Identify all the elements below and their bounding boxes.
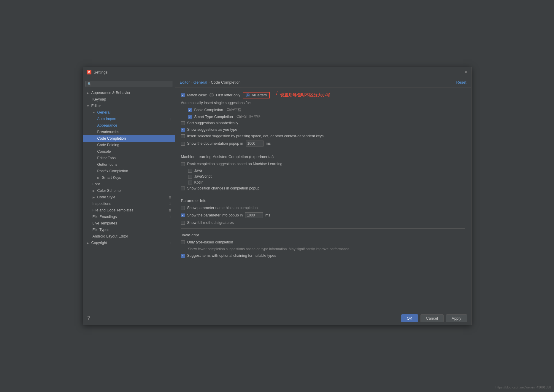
sidebar-item-font[interactable]: Font bbox=[83, 181, 175, 187]
sidebar-item-appearance-behavior[interactable]: ▶ Appearance & Behavior bbox=[83, 90, 175, 96]
breadcrumb-editor[interactable]: Editor bbox=[180, 80, 190, 85]
sidebar-item-label: Smart Keys bbox=[102, 176, 121, 180]
search-box[interactable]: 🔍 bbox=[85, 81, 172, 87]
show-position-label: Show position changes in completion popu… bbox=[187, 186, 260, 190]
separator1 bbox=[181, 150, 465, 150]
sidebar-item-file-encodings[interactable]: File Encodings ⊞ bbox=[83, 213, 175, 220]
sort-alpha-checkbox[interactable] bbox=[181, 121, 185, 125]
sidebar-item-label: Color Scheme bbox=[97, 189, 121, 193]
sidebar-item-copyright[interactable]: ▶ Copyright ⊞ bbox=[83, 240, 175, 246]
show-param-popup-label: Show the parameter info popup in bbox=[187, 213, 243, 217]
sidebar-item-label: Editor bbox=[91, 104, 101, 108]
kotlin-label: Kotlin bbox=[194, 180, 204, 184]
show-doc-popup-checkbox[interactable] bbox=[181, 142, 185, 146]
dialog-title: Settings bbox=[94, 70, 108, 74]
sidebar-item-label: Keymap bbox=[93, 97, 106, 101]
sidebar-item-code-style[interactable]: ▶ Code Style ⊞ bbox=[83, 194, 175, 200]
java-checkbox[interactable] bbox=[188, 169, 192, 173]
copy-icon: ⊞ bbox=[169, 117, 171, 121]
arrow-icon: ▼ bbox=[93, 111, 96, 114]
sidebar-item-breadcrumbs[interactable]: Breadcrumbs bbox=[83, 129, 175, 135]
arrow-icon: ▶ bbox=[93, 189, 96, 192]
sidebar-item-label: Auto Import bbox=[97, 117, 117, 121]
ok-button[interactable]: OK bbox=[401, 314, 418, 322]
sidebar-item-inspections[interactable]: Inspections ⊞ bbox=[83, 200, 175, 207]
basic-completion-row: Basic Completion Ctrl+空格 bbox=[181, 107, 465, 112]
show-doc-popup-row: Show the documentation popup in ms bbox=[181, 141, 465, 146]
title-bar: M Settings ✕ bbox=[83, 67, 471, 77]
sidebar-item-keymap[interactable]: Keymap bbox=[83, 96, 175, 103]
show-suggestions-row: Show suggestions as you type bbox=[181, 128, 465, 132]
ml-section-title: Machine Learning-Assisted Completion (ex… bbox=[181, 154, 465, 159]
arrow-icon: ▼ bbox=[87, 104, 90, 108]
sidebar-item-file-code-templates[interactable]: File and Code Templates ⊞ bbox=[83, 207, 175, 213]
breadcrumb-path: Editor › General › Code Completion bbox=[180, 80, 241, 85]
breadcrumb-bar: Editor › General › Code Completion Reset bbox=[175, 77, 471, 88]
arrow-icon: ▶ bbox=[87, 241, 90, 245]
cancel-button[interactable]: Cancel bbox=[420, 314, 444, 322]
copy-icon: ⊞ bbox=[169, 202, 171, 206]
sidebar-item-gutter-icons[interactable]: Gutter Icons bbox=[83, 161, 175, 168]
title-bar-left: M Settings bbox=[87, 70, 108, 74]
sidebar-item-editor[interactable]: ▼ Editor bbox=[83, 103, 175, 109]
show-param-popup-checkbox[interactable] bbox=[181, 213, 185, 217]
basic-completion-checkbox[interactable] bbox=[188, 108, 192, 112]
sidebar-item-editor-tabs[interactable]: Editor Tabs bbox=[83, 155, 175, 161]
sidebar-item-file-types[interactable]: File Types bbox=[83, 227, 175, 233]
show-suggestions-checkbox[interactable] bbox=[181, 128, 185, 132]
sidebar-item-postfix-completion[interactable]: Postfix Completion bbox=[83, 168, 175, 174]
type-based-checkbox[interactable] bbox=[181, 240, 185, 244]
match-case-row: Match case: First letter only All letter… bbox=[181, 92, 465, 98]
breadcrumb-general[interactable]: General bbox=[193, 80, 207, 85]
show-param-popup-row: Show the parameter info popup in ms bbox=[181, 212, 465, 218]
copy-icon: ⊞ bbox=[169, 208, 171, 212]
sidebar-item-label: File Types bbox=[93, 228, 109, 232]
doc-popup-value-input[interactable] bbox=[246, 141, 263, 146]
app-icon: M bbox=[87, 70, 91, 74]
sidebar-item-appearance[interactable]: Appearance bbox=[83, 122, 175, 129]
sidebar-item-smart-keys[interactable]: ▶ Smart Keys bbox=[83, 174, 175, 181]
param-popup-value-input[interactable] bbox=[245, 212, 263, 218]
footer-buttons: OK Cancel Apply bbox=[401, 314, 467, 322]
sidebar-item-label: Android Layout Editor bbox=[93, 234, 128, 238]
kotlin-checkbox[interactable] bbox=[188, 181, 192, 184]
javascript-ml-row: JavaScript bbox=[181, 174, 465, 179]
match-case-checkbox[interactable] bbox=[181, 93, 185, 97]
apply-button[interactable]: Apply bbox=[446, 314, 467, 322]
sidebar-item-code-completion[interactable]: Code Completion bbox=[83, 135, 175, 142]
copy-icon: ⊞ bbox=[169, 215, 171, 219]
sidebar-item-label: General bbox=[97, 110, 110, 114]
suggest-optional-checkbox[interactable] bbox=[181, 254, 185, 258]
sidebar-item-auto-import[interactable]: Auto Import ⊞ bbox=[83, 116, 175, 122]
show-full-method-checkbox[interactable] bbox=[181, 221, 185, 225]
sidebar-item-label: Font bbox=[93, 182, 100, 186]
sidebar-item-label: Gutter Icons bbox=[97, 162, 118, 167]
help-button[interactable]: ? bbox=[87, 315, 90, 321]
sidebar-item-code-folding[interactable]: Code Folding bbox=[83, 142, 175, 148]
all-letters-label: All letters bbox=[252, 93, 267, 97]
show-position-row: Show position changes in completion popu… bbox=[181, 186, 465, 190]
show-doc-popup-label: Show the documentation popup in bbox=[187, 141, 243, 146]
reset-button[interactable]: Reset bbox=[456, 80, 466, 85]
rank-ml-checkbox[interactable] bbox=[181, 162, 185, 166]
arrow-icon: ▶ bbox=[87, 91, 90, 95]
show-position-checkbox[interactable] bbox=[181, 187, 185, 190]
doc-popup-unit: ms bbox=[266, 141, 271, 146]
sidebar-item-live-templates[interactable]: Live Templates bbox=[83, 220, 175, 227]
all-letters-radio[interactable] bbox=[246, 93, 250, 97]
sidebar-item-console[interactable]: Console bbox=[83, 148, 175, 155]
sidebar-item-general[interactable]: ▼ General bbox=[83, 109, 175, 116]
insert-selected-checkbox[interactable] bbox=[181, 134, 185, 138]
sidebar-item-color-scheme[interactable]: ▶ Color Scheme bbox=[83, 187, 175, 194]
first-letter-radio[interactable] bbox=[209, 93, 214, 97]
show-param-hints-checkbox[interactable] bbox=[181, 206, 185, 210]
type-based-desc: Show fewer completion suggestions based … bbox=[188, 247, 351, 251]
close-button[interactable]: ✕ bbox=[464, 70, 468, 74]
sidebar-item-android-layout[interactable]: Android Layout Editor bbox=[83, 233, 175, 240]
smart-type-checkbox[interactable] bbox=[188, 115, 192, 119]
watermark: https://blog.csdn.net/weixin_43691058 bbox=[496, 385, 551, 389]
search-input[interactable] bbox=[93, 82, 170, 86]
javascript-ml-checkbox[interactable] bbox=[188, 175, 192, 179]
sidebar-item-label: File Encodings bbox=[93, 215, 117, 219]
rank-ml-label: Rank completion suggestions based on Mac… bbox=[187, 162, 282, 166]
